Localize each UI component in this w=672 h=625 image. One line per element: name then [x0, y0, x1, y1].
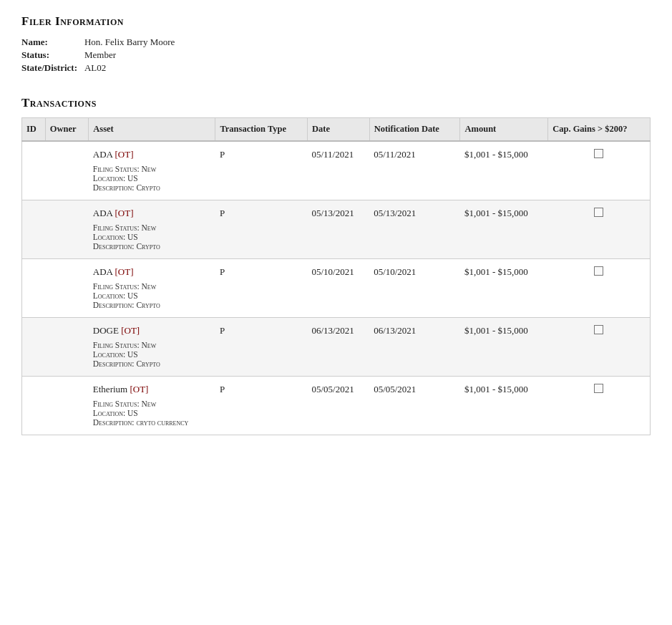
- cell-cap-gains: [548, 259, 651, 318]
- asset-meta-item: Filing Status: New: [93, 341, 211, 349]
- cell-amount: $1,001 - $15,000: [460, 318, 548, 377]
- cell-amount: $1,001 - $15,000: [460, 377, 548, 435]
- transactions-section: Transactions ID Owner Asset Transaction …: [21, 96, 651, 435]
- cap-gains-checkbox[interactable]: [594, 384, 603, 393]
- cell-date: 05/13/2021: [307, 200, 369, 259]
- table-header-row: ID Owner Asset Transaction Type Date Not…: [22, 118, 651, 142]
- asset-meta-item: Description: Crypto: [93, 183, 211, 192]
- asset-meta-item: Filing Status: New: [93, 399, 211, 408]
- status-value: Member: [84, 49, 175, 62]
- asset-meta-item: Filing Status: New: [93, 165, 211, 173]
- cap-gains-checkbox[interactable]: [594, 266, 603, 276]
- col-cap-gains-header: Cap. Gains > $200?: [548, 118, 651, 142]
- col-amount-header: Amount: [460, 118, 548, 142]
- asset-meta-item: Description: Crypto: [93, 301, 211, 309]
- cell-cap-gains: [548, 377, 651, 435]
- asset-meta-item: Description: cryto currency: [93, 418, 211, 427]
- cell-date: 05/05/2021: [307, 377, 369, 435]
- col-notification-date-header: Notification Date: [369, 118, 460, 142]
- cell-owner: [45, 141, 89, 200]
- cell-amount: $1,001 - $15,000: [460, 259, 548, 318]
- col-transaction-type-header: Transaction Type: [215, 118, 308, 142]
- cell-transaction-type: P: [215, 318, 308, 377]
- table-row: DOGE [OT]Filing Status: NewLocation: USD…: [22, 318, 651, 377]
- filer-information-section: Filer Information Name: Hon. Felix Barry…: [21, 14, 651, 74]
- state-label: State/District:: [21, 62, 84, 74]
- cell-cap-gains: [548, 200, 651, 259]
- cell-asset: ADA [OT]Filing Status: NewLocation: USDe…: [89, 200, 215, 259]
- cell-transaction-type: P: [215, 377, 308, 435]
- asset-meta-item: Location: US: [93, 409, 211, 417]
- cell-id: [22, 141, 46, 200]
- transactions-section-title: Transactions: [21, 96, 651, 110]
- asset-name: ADA: [93, 149, 115, 160]
- asset-tag[interactable]: [OT]: [121, 325, 140, 336]
- name-value: Hon. Felix Barry Moore: [84, 36, 175, 49]
- cell-owner: [45, 200, 89, 259]
- table-row: ADA [OT]Filing Status: NewLocation: USDe…: [22, 200, 651, 259]
- cell-id: [22, 318, 46, 377]
- col-date-header: Date: [307, 118, 369, 142]
- asset-meta-item: Location: US: [93, 350, 211, 359]
- asset-meta-item: Description: Crypto: [93, 359, 211, 368]
- name-label: Name:: [21, 36, 84, 49]
- cell-id: [22, 259, 46, 318]
- status-label: Status:: [21, 49, 84, 62]
- cell-id: [22, 377, 46, 435]
- cell-cap-gains: [548, 318, 651, 377]
- asset-meta-item: Location: US: [93, 291, 211, 300]
- cell-asset: DOGE [OT]Filing Status: NewLocation: USD…: [89, 318, 215, 377]
- cell-notification-date: 05/10/2021: [369, 259, 460, 318]
- cell-owner: [45, 259, 89, 318]
- transactions-table: ID Owner Asset Transaction Type Date Not…: [21, 117, 651, 435]
- cap-gains-checkbox[interactable]: [594, 149, 603, 158]
- asset-meta-item: Location: US: [93, 174, 211, 183]
- cell-date: 05/11/2021: [307, 141, 369, 200]
- filer-section-title: Filer Information: [21, 14, 651, 29]
- cell-asset: Etherium [OT]Filing Status: NewLocation:…: [89, 377, 215, 435]
- col-asset-header: Asset: [89, 118, 215, 142]
- asset-meta-item: Filing Status: New: [93, 223, 211, 232]
- cell-owner: [45, 318, 89, 377]
- asset-meta-item: Filing Status: New: [93, 282, 211, 291]
- cell-transaction-type: P: [215, 200, 308, 259]
- asset-tag[interactable]: [OT]: [115, 266, 134, 277]
- asset-tag[interactable]: [OT]: [115, 149, 134, 160]
- asset-meta-item: Location: US: [93, 233, 211, 241]
- table-row: ADA [OT]Filing Status: NewLocation: USDe…: [22, 259, 651, 318]
- asset-name: ADA: [93, 208, 115, 218]
- cap-gains-checkbox[interactable]: [594, 325, 603, 334]
- cell-id: [22, 200, 46, 259]
- cell-cap-gains: [548, 141, 651, 200]
- cell-date: 06/13/2021: [307, 318, 369, 377]
- col-owner-header: Owner: [45, 118, 89, 142]
- cell-date: 05/10/2021: [307, 259, 369, 318]
- cell-owner: [45, 377, 89, 435]
- cell-amount: $1,001 - $15,000: [460, 141, 548, 200]
- cell-notification-date: 05/11/2021: [369, 141, 460, 200]
- asset-tag[interactable]: [OT]: [130, 384, 148, 394]
- cell-notification-date: 06/13/2021: [369, 318, 460, 377]
- cell-transaction-type: P: [215, 141, 308, 200]
- asset-name: DOGE: [93, 325, 121, 336]
- state-value: AL02: [84, 62, 175, 74]
- asset-name: ADA: [93, 266, 115, 277]
- asset-meta-item: Description: Crypto: [93, 242, 211, 251]
- cap-gains-checkbox[interactable]: [594, 208, 603, 217]
- col-id-header: ID: [22, 118, 46, 142]
- cell-amount: $1,001 - $15,000: [460, 200, 548, 259]
- asset-name: Etherium: [93, 384, 130, 394]
- table-row: ADA [OT]Filing Status: NewLocation: USDe…: [22, 141, 651, 200]
- asset-tag[interactable]: [OT]: [115, 208, 134, 218]
- table-row: Etherium [OT]Filing Status: NewLocation:…: [22, 377, 651, 435]
- cell-notification-date: 05/05/2021: [369, 377, 460, 435]
- cell-asset: ADA [OT]Filing Status: NewLocation: USDe…: [89, 259, 215, 318]
- cell-notification-date: 05/13/2021: [369, 200, 460, 259]
- cell-transaction-type: P: [215, 259, 308, 318]
- cell-asset: ADA [OT]Filing Status: NewLocation: USDe…: [89, 141, 215, 200]
